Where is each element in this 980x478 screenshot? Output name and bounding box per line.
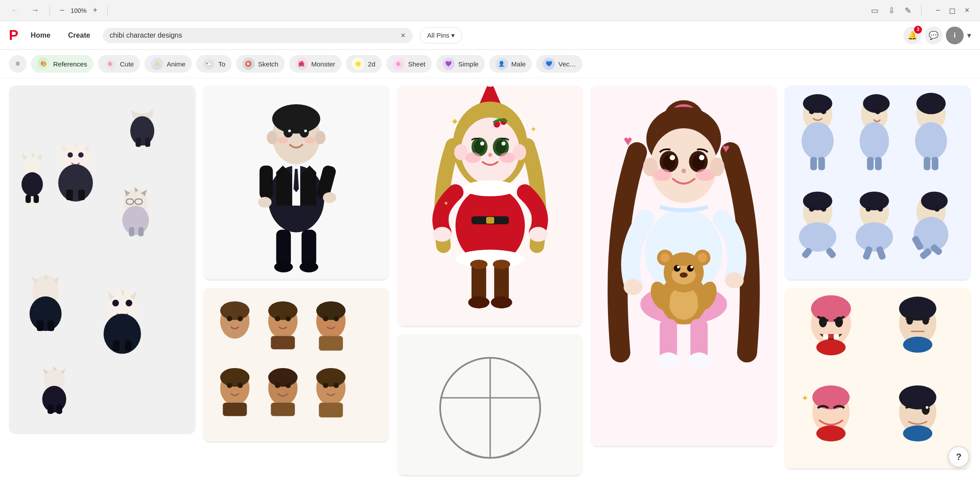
home-link[interactable]: Home <box>25 28 55 43</box>
separator2 <box>107 5 108 16</box>
pin-card-chibi-heads[interactable] <box>203 288 390 443</box>
restore-button[interactable]: ◻ <box>945 5 959 16</box>
monster-label: Monster <box>311 60 335 68</box>
all-pins-dropdown[interactable]: All Pins ▾ <box>420 27 462 43</box>
filter-settings-icon: ≡ <box>15 60 19 68</box>
notification-badge: 3 <box>914 26 922 34</box>
help-icon: ? <box>956 452 961 462</box>
search-bar: × <box>103 28 413 43</box>
2d-thumb: 🌟 <box>352 58 364 70</box>
browser-chrome: ← → − 100% + ▭ ⇩ ✎ − ◻ × <box>0 0 980 21</box>
annotate-button[interactable]: ✎ <box>902 4 914 17</box>
filter-chip-to[interactable]: 🐑 To <box>196 55 232 73</box>
avatar-initial: i <box>954 31 956 39</box>
pinterest-logo[interactable]: P <box>9 27 18 43</box>
filter-chip-male[interactable]: 👤 Male <box>489 55 532 73</box>
zoom-in-button[interactable]: + <box>90 5 101 16</box>
zoom-controls: − 100% + <box>57 5 100 16</box>
search-clear-button[interactable]: × <box>401 31 406 39</box>
forward-button[interactable]: → <box>27 4 43 17</box>
pinterest-app: P Home Create × All Pins ▾ 🔔 3 💬 i ▾ <box>0 21 980 478</box>
zoom-out-button[interactable]: − <box>57 5 67 16</box>
to-label: To <box>218 60 225 68</box>
filter-settings-button[interactable]: ≡ <box>9 55 27 73</box>
create-link[interactable]: Create <box>63 28 96 43</box>
fullscreen-button[interactable]: ▭ <box>868 4 881 17</box>
separator3 <box>921 5 922 16</box>
nav-actions: 🔔 3 💬 i ▾ <box>903 27 971 44</box>
help-button[interactable]: ? <box>948 446 969 467</box>
browser-tools: ▭ ⇩ ✎ <box>868 4 914 17</box>
sheet-thumb: 🌸 <box>392 58 405 70</box>
pin-card-chibi-expressions[interactable]: ✦ ✦ <box>784 288 971 470</box>
simple-label: Simple <box>458 60 479 68</box>
chevron-down-icon: ▾ <box>451 31 455 39</box>
close-button[interactable]: × <box>961 5 973 16</box>
filter-chip-monster[interactable]: 🌺 Monster <box>289 55 341 73</box>
download-button[interactable]: ⇩ <box>886 4 898 17</box>
anime-thumb: ✨ <box>151 58 163 70</box>
filter-chip-sheet[interactable]: 🌸 Sheet <box>386 55 432 73</box>
notifications-button[interactable]: 🔔 3 <box>903 27 921 44</box>
anime-label: Anime <box>167 60 186 68</box>
window-controls: − ◻ × <box>932 5 973 16</box>
simple-thumb: 💜 <box>442 58 455 70</box>
pin-card-chibi-santa[interactable]: ✦ ✦ ✦ <box>397 85 584 327</box>
filter-chip-cute[interactable]: 🌸 Cute <box>98 55 140 73</box>
pin-card-chibi-sheet[interactable] <box>784 85 971 281</box>
monster-thumb: 🌺 <box>295 58 308 70</box>
filter-bar: ≡ 🎨 References 🌸 Cute ✨ Anime 🐑 To ⭕ Ske… <box>0 50 980 78</box>
sketch-thumb: ⭕ <box>242 58 255 70</box>
vector-thumb: 💙 <box>542 58 555 70</box>
back-button[interactable]: ← <box>7 4 22 17</box>
cute-thumb: 🌸 <box>104 58 116 70</box>
zoom-level: 100% <box>70 7 88 14</box>
filter-chip-anime[interactable]: ✨ Anime <box>144 55 192 73</box>
vector-label: Vec… <box>558 60 576 68</box>
filter-chip-sketch[interactable]: ⭕ Sketch <box>236 55 285 73</box>
message-icon: 💬 <box>929 31 938 40</box>
to-thumb: 🐑 <box>202 58 215 70</box>
search-input[interactable] <box>110 31 397 39</box>
minimize-button[interactable]: − <box>932 5 944 16</box>
pin-card-chibi-suit[interactable] <box>203 85 390 281</box>
2d-label: 2d <box>368 60 376 68</box>
pin-card-chibi-girl-bear[interactable]: ♥ ♥ <box>590 85 777 447</box>
male-label: Male <box>511 60 526 68</box>
sketch-label: Sketch <box>258 60 279 68</box>
separator <box>50 5 50 16</box>
top-nav: P Home Create × All Pins ▾ 🔔 3 💬 i ▾ <box>0 21 980 50</box>
account-chevron[interactable]: ▾ <box>967 31 971 40</box>
pin-card-chibi-sketch[interactable] <box>397 334 584 476</box>
filter-chip-2d[interactable]: 🌟 2d <box>346 55 382 73</box>
filter-chip-references[interactable]: 🎨 References <box>31 55 93 73</box>
all-pins-label: All Pins <box>427 31 449 39</box>
sheet-label: Sheet <box>408 60 426 68</box>
pin-card-chibi-collage[interactable] <box>9 85 196 434</box>
messages-button[interactable]: 💬 <box>925 27 942 44</box>
filter-chip-vector[interactable]: 💙 Vec… <box>536 55 582 73</box>
user-avatar[interactable]: i <box>946 27 964 44</box>
cute-label: Cute <box>120 60 134 68</box>
filter-chip-simple[interactable]: 💜 Simple <box>436 55 485 73</box>
masonry-grid: ✦ ✦ ✦ <box>0 78 980 478</box>
male-thumb: 👤 <box>496 58 508 70</box>
references-thumb: 🎨 <box>37 58 50 70</box>
references-label: References <box>53 60 87 68</box>
